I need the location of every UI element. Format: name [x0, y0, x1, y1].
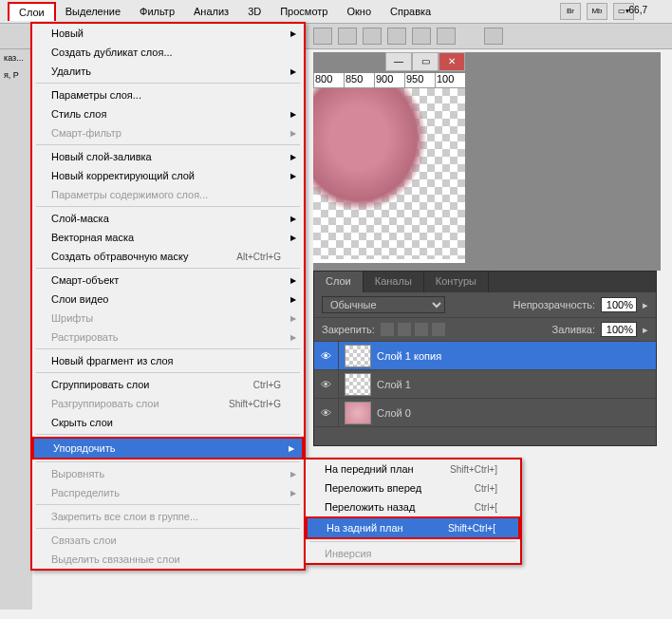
menu-separator	[36, 372, 300, 373]
document-area: — ▭ ✕ 800 850 900 950 100	[313, 52, 661, 271]
lock-all-icon[interactable]	[432, 323, 445, 336]
menu-analysis[interactable]: Анализ	[184, 3, 238, 20]
menu-item: Разгруппировать слоиShift+Ctrl+G	[32, 394, 304, 413]
submenu-item[interactable]: На задний планShift+Ctrl+[	[306, 516, 520, 539]
minimize-icon[interactable]: —	[385, 52, 412, 71]
menu-separator	[36, 144, 300, 145]
menu-3d[interactable]: 3D	[238, 3, 271, 20]
layer-thumbnail[interactable]	[345, 402, 371, 424]
menu-help[interactable]: Справка	[381, 3, 440, 20]
menu-item[interactable]: Сгруппировать слоиCtrl+G	[32, 375, 304, 394]
menu-filter[interactable]: Фильтр	[130, 3, 184, 20]
left-dock: каз... я, P	[0, 49, 32, 610]
minibridge-icon[interactable]: Mb	[587, 3, 607, 20]
zoom-value[interactable]: 66,7	[629, 5, 647, 15]
menu-separator	[36, 268, 300, 269]
maximize-icon[interactable]: ▭	[412, 52, 439, 71]
menu-item[interactable]: Векторная маска▶	[32, 228, 304, 247]
menu-item[interactable]: Новый фрагмент из слоя	[32, 351, 304, 370]
submenu-item: Инверсия	[306, 544, 520, 563]
menu-item-label: Новый	[51, 28, 281, 39]
document-window: — ▭ ✕ 800 850 900 950 100	[313, 73, 465, 263]
menu-item[interactable]: Новый корректирующий слой▶	[32, 166, 304, 185]
menu-item[interactable]: Параметры слоя...	[32, 85, 304, 104]
menu-item: Выровнять▶	[32, 464, 304, 483]
chevron-down-icon[interactable]: ▸	[643, 299, 648, 311]
menu-item[interactable]: Создать дубликат слоя...	[32, 43, 304, 62]
menu-item-label: Сгруппировать слои	[51, 379, 253, 390]
layer-row[interactable]: 👁Слой 0	[314, 399, 656, 427]
ruler-tick: 850	[344, 73, 374, 87]
submenu-item[interactable]: На передний планShift+Ctrl+]	[306, 460, 520, 478]
align-icon[interactable]	[437, 28, 456, 45]
close-icon[interactable]: ✕	[439, 52, 465, 71]
align-icon[interactable]	[338, 28, 357, 45]
submenu-arrow-icon: ▶	[290, 215, 296, 223]
menu-item[interactable]: Смарт-объект▶	[32, 271, 304, 290]
align-icon[interactable]	[387, 28, 406, 45]
menu-item-label: Создать дубликат слоя...	[51, 47, 281, 58]
menu-separator	[36, 348, 300, 349]
menu-separator	[36, 461, 300, 462]
chevron-down-icon[interactable]: ▸	[643, 324, 648, 336]
toolbar-right: Br Mb ▭▾	[560, 3, 634, 20]
menu-item[interactable]: Слой-маска▶	[32, 209, 304, 228]
fill-value[interactable]: 100%	[601, 322, 637, 337]
layer-row[interactable]: 👁Слой 1 копия	[314, 342, 656, 370]
menu-item[interactable]: Новый▶	[32, 24, 304, 43]
layer-row[interactable]: 👁Слой 1	[314, 370, 656, 399]
opacity-value[interactable]: 100%	[601, 297, 637, 312]
layers-panel: Слои Каналы Контуры Обычные Непрозрачнос…	[313, 271, 657, 446]
menu-item-label: Выделить связанные слои	[51, 553, 281, 565]
lock-position-icon[interactable]	[415, 323, 428, 336]
menu-item: Параметры содержимого слоя...	[32, 185, 304, 204]
blend-mode-select[interactable]: Обычные	[322, 296, 445, 313]
tab-paths[interactable]: Контуры	[424, 272, 489, 292]
dock-tab[interactable]: я, P	[0, 66, 32, 84]
align-icon[interactable]	[412, 28, 431, 45]
visibility-icon[interactable]: 👁	[314, 342, 339, 369]
layer-thumbnail[interactable]	[345, 373, 371, 396]
menu-item-label: Шрифты	[51, 312, 281, 324]
visibility-icon[interactable]: 👁	[314, 399, 339, 426]
align-icon[interactable]	[313, 28, 332, 45]
submenu-label: Инверсия	[325, 548, 497, 559]
layer-thumbnail[interactable]	[345, 345, 371, 367]
submenu-arrow-icon: ▶	[290, 129, 296, 138]
menu-item[interactable]: Удалить▶	[32, 62, 304, 81]
menu-select[interactable]: Выделение	[56, 3, 130, 20]
submenu-shortcut: Ctrl+]	[475, 483, 497, 494]
menu-separator	[36, 83, 300, 84]
distribute-icon[interactable]	[484, 28, 503, 45]
menu-view[interactable]: Просмотр	[271, 3, 337, 20]
canvas[interactable]	[313, 88, 465, 259]
layer-name[interactable]: Слой 1 копия	[377, 350, 656, 362]
menu-item[interactable]: Скрыть слои	[32, 413, 304, 432]
menu-item-label: Смарт-объект	[51, 274, 281, 286]
menu-item[interactable]: Слои видео▶	[32, 290, 304, 309]
submenu-item[interactable]: Переложить впередCtrl+]	[306, 478, 520, 497]
menu-item[interactable]: Новый слой-заливка▶	[32, 147, 304, 166]
menu-item: Выделить связанные слои	[32, 550, 304, 569]
bridge-icon[interactable]: Br	[560, 3, 581, 20]
tab-channels[interactable]: Каналы	[364, 272, 424, 292]
menu-item-label: Слой-маска	[51, 213, 281, 224]
submenu-arrow-icon: ▶	[290, 67, 296, 76]
menu-item[interactable]: Упорядочить▶	[32, 437, 304, 460]
menu-item[interactable]: Стиль слоя▶	[32, 104, 304, 123]
layer-name[interactable]: Слой 0	[377, 407, 656, 419]
ruler-tick: 100	[435, 73, 465, 87]
menu-window[interactable]: Окно	[337, 3, 381, 20]
fill-label: Заливка:	[552, 324, 595, 335]
lock-transparency-icon[interactable]	[381, 323, 394, 336]
menu-layers[interactable]: Слои	[8, 2, 56, 21]
dock-tab[interactable]: каз...	[0, 49, 32, 66]
submenu-item[interactable]: Переложить назадCtrl+[	[306, 497, 520, 516]
layer-name[interactable]: Слой 1	[377, 379, 656, 390]
align-icon[interactable]	[363, 28, 382, 45]
tab-layers[interactable]: Слои	[314, 272, 364, 292]
menu-item[interactable]: Создать обтравочную маскуAlt+Ctrl+G	[32, 247, 304, 266]
menu-item: Распределить▶	[32, 483, 304, 502]
lock-pixels-icon[interactable]	[398, 323, 411, 336]
visibility-icon[interactable]: 👁	[314, 370, 339, 398]
